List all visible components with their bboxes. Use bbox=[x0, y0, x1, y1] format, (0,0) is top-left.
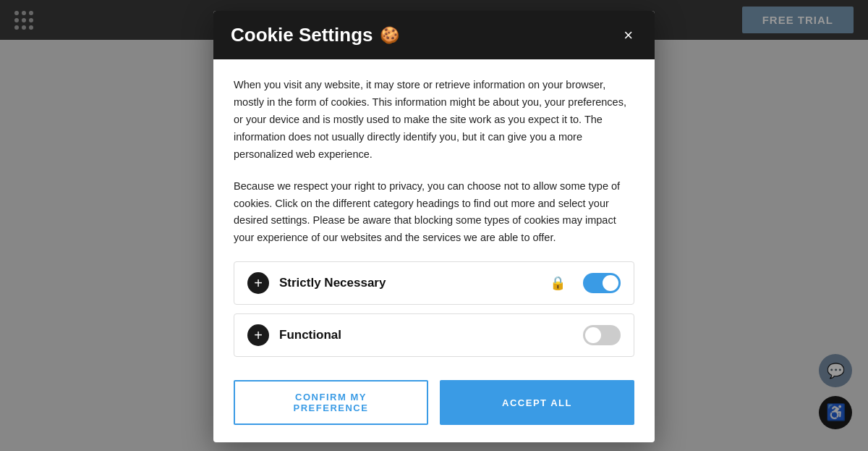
lock-icon: 🔒 bbox=[550, 275, 566, 291]
strictly-necessary-label: Strictly Necessary bbox=[279, 276, 540, 290]
confirm-preference-button[interactable]: CONFIRM MY PREFERENCE bbox=[234, 380, 428, 425]
cookie-settings-modal: Cookie Settings 🍪 × When you visit any w… bbox=[213, 11, 655, 442]
strictly-necessary-toggle[interactable] bbox=[583, 273, 621, 293]
modal-title: Cookie Settings bbox=[231, 24, 373, 46]
modal-description-1: When you visit any website, it may store… bbox=[234, 77, 634, 164]
modal-body: When you visit any website, it may store… bbox=[213, 59, 655, 357]
functional-label: Functional bbox=[279, 328, 573, 342]
close-button[interactable]: × bbox=[619, 26, 637, 45]
modal-title-group: Cookie Settings 🍪 bbox=[231, 24, 399, 46]
modal-footer: CONFIRM MY PREFERENCE ACCEPT ALL bbox=[213, 366, 655, 442]
functional-toggle[interactable] bbox=[583, 325, 621, 345]
cookie-row-functional: + Functional bbox=[234, 313, 634, 357]
modal-description-2: Because we respect your right to privacy… bbox=[234, 178, 634, 248]
cookie-icon: 🍪 bbox=[380, 26, 399, 45]
expand-functional-icon[interactable]: + bbox=[247, 324, 269, 346]
expand-strictly-necessary-icon[interactable]: + bbox=[247, 272, 269, 294]
modal-header: Cookie Settings 🍪 × bbox=[213, 11, 655, 59]
cookie-row-strictly-necessary: + Strictly Necessary 🔒 bbox=[234, 261, 634, 305]
accept-all-button[interactable]: ACCEPT ALL bbox=[440, 380, 634, 425]
